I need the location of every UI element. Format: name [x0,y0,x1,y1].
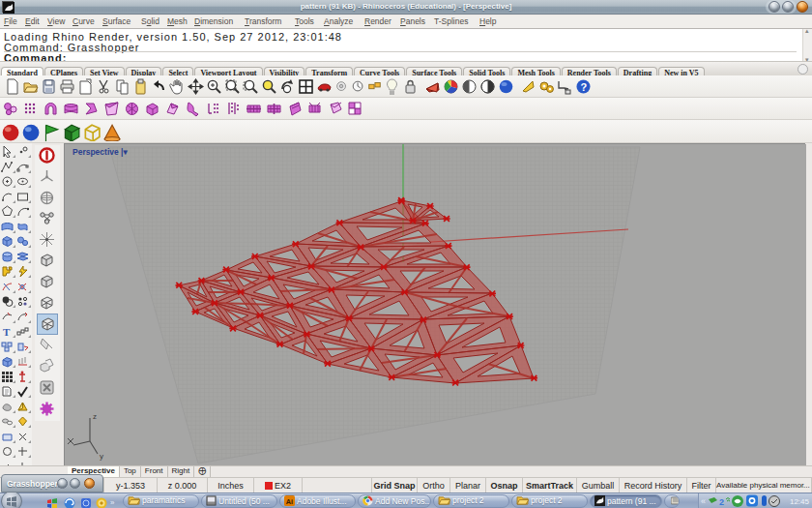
svg-text:Ai: Ai [286,497,293,506]
svg-text:z: z [93,412,97,421]
svg-text:?: ? [581,81,588,93]
svg-text:T: T [3,326,11,338]
svg-text:y: y [100,452,103,461]
svg-text:«: « [701,496,706,506]
svg-text:2: 2 [719,497,724,507]
